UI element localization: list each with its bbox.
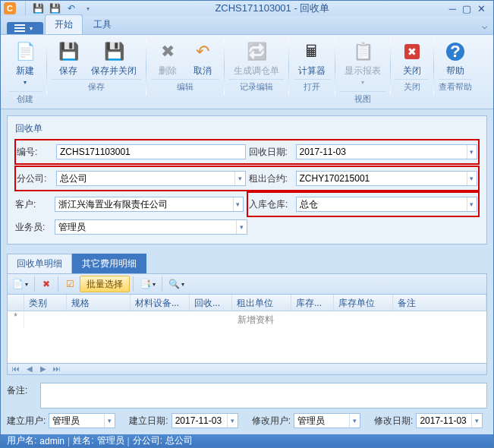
file-tab[interactable]: ▾ — [7, 22, 43, 34]
branch-field[interactable]: ▾ — [56, 171, 246, 186]
cancel-button[interactable]: ↶ 取消 — [186, 38, 219, 77]
chevron-down-icon[interactable]: ▾ — [233, 197, 243, 211]
ribbon-group-save: 💾 保存 💾 保存并关闭 保存 — [49, 36, 144, 109]
chevron-down-icon[interactable]: ▾ — [234, 172, 244, 185]
customer-field[interactable]: ▾ — [55, 197, 244, 212]
warehouse-field[interactable]: ▾ — [296, 197, 477, 212]
group-label-close: 关闭 — [395, 79, 429, 95]
grid-checklist-button[interactable]: ☑ — [61, 276, 78, 292]
help-button[interactable]: ? 帮助 — [439, 38, 472, 77]
chevron-down-icon[interactable]: ▾ — [227, 414, 238, 427]
modify-user-field[interactable]: ▾ — [294, 413, 360, 428]
gen-transfer-button[interactable]: 🔁 生成调仓单 — [229, 38, 284, 77]
contract-field[interactable]: ▾ — [296, 171, 478, 186]
chevron-down-icon[interactable]: ▾ — [467, 145, 477, 159]
maximize-button[interactable]: ▢ — [462, 3, 471, 14]
create-date-input[interactable] — [172, 414, 227, 427]
grid-header: 类别 规格 材料设备... 回收... 租出单位 库存... 库存单位 备注 — [8, 295, 486, 311]
remark-input[interactable] — [40, 383, 487, 409]
grid-copy-button[interactable]: 📑▾ — [137, 276, 159, 292]
tab-tools[interactable]: 工具 — [84, 15, 121, 34]
detail-tabs: 回收单明细 其它费用明细 — [7, 254, 487, 273]
grid-search-button[interactable]: 🔍▾ — [165, 276, 187, 292]
grid-col-marker[interactable] — [8, 295, 24, 311]
pager-first-icon[interactable]: ⏮ — [11, 364, 21, 374]
qat-separator — [25, 2, 26, 15]
save-icon: 💾 — [56, 39, 80, 64]
group-label-view: 视图 — [340, 91, 385, 107]
grid-col-recover[interactable]: 回收... — [190, 295, 232, 311]
group-label-help: 查看帮助 — [439, 79, 472, 95]
grid-new-row[interactable]: * 新增资料 — [8, 311, 486, 329]
grid-col-category[interactable]: 类别 — [24, 295, 67, 311]
batch-select-button[interactable]: 批量选择 — [80, 276, 130, 292]
close-window-button[interactable]: ✕ — [477, 3, 486, 14]
delete-button[interactable]: ✖ 删除 — [151, 38, 184, 77]
statusbar: 用户名: admin | 姓名: 管理员 | 分公司: 总公司 — [1, 434, 493, 447]
ribbon-expand-icon[interactable]: ⌵ — [476, 17, 493, 34]
pager-prev-icon[interactable]: ◀ — [24, 364, 35, 374]
number-field[interactable] — [56, 144, 246, 159]
show-report-label: 显示报表 — [345, 65, 381, 76]
create-user-input[interactable] — [49, 414, 104, 427]
group-label-save: 保存 — [52, 79, 141, 95]
chevron-down-icon[interactable]: ▾ — [236, 220, 246, 234]
tab-detail[interactable]: 回收单明细 — [7, 254, 72, 273]
qat-dropdown-icon[interactable]: ▾ — [80, 1, 96, 16]
tab-start[interactable]: 开始 — [45, 14, 83, 34]
calculator-button[interactable]: 🖩 计算器 — [294, 38, 330, 77]
ribbon-group-recedit: 🔁 生成调仓单 记录编辑 — [226, 36, 287, 109]
operator-field[interactable]: ▾ — [55, 219, 247, 235]
grid-new-button[interactable]: 📄▾ — [9, 276, 31, 292]
modify-date-field[interactable]: ▾ — [416, 413, 483, 428]
transfer-icon: 🔁 — [244, 39, 269, 64]
contract-input[interactable] — [297, 172, 467, 185]
minimize-button[interactable]: ─ — [449, 3, 456, 14]
qat-save-close-icon[interactable]: 💾 — [47, 1, 62, 16]
grid-col-spec[interactable]: 规格 — [67, 295, 131, 311]
show-report-button[interactable]: 📋 显示报表▾ — [340, 38, 385, 90]
grid-col-stock-unit[interactable]: 库存单位 — [334, 295, 393, 311]
detail-grid: 类别 规格 材料设备... 回收... 租出单位 库存... 库存单位 备注 *… — [7, 295, 487, 364]
save-button[interactable]: 💾 保存 — [52, 38, 85, 77]
label-date: 回收日期: — [249, 146, 296, 159]
modify-date-input[interactable] — [417, 414, 471, 427]
window-title: ZCHS171103001 - 回收单 — [96, 2, 449, 15]
qat-undo-icon[interactable]: ↶ — [64, 1, 79, 16]
qat-save-icon[interactable]: 💾 — [30, 1, 46, 16]
grid-body[interactable]: * 新增资料 — [8, 311, 486, 363]
grid-col-stock[interactable]: 库存... — [291, 295, 334, 311]
label-modify-user: 修改用户: — [252, 415, 291, 427]
form-row-operator: 业务员: ▾ — [15, 218, 247, 236]
chevron-down-icon[interactable]: ▾ — [467, 197, 477, 211]
date-input[interactable] — [297, 145, 467, 159]
modify-user-input[interactable] — [294, 414, 349, 427]
status-branch-label: 分公司: — [133, 434, 162, 447]
new-button[interactable]: 📄 新建▾ — [8, 38, 42, 90]
save-close-button[interactable]: 💾 保存并关闭 — [87, 38, 141, 77]
customer-input[interactable] — [55, 197, 233, 211]
chevron-down-icon[interactable]: ▾ — [471, 414, 482, 427]
chevron-down-icon[interactable]: ▾ — [467, 172, 477, 185]
create-date-field[interactable]: ▾ — [171, 413, 238, 428]
grid-col-remark[interactable]: 备注 — [393, 295, 486, 311]
pager-next-icon[interactable]: ▶ — [38, 364, 49, 374]
label-branch: 分公司: — [17, 172, 56, 185]
operator-input[interactable] — [55, 220, 236, 234]
chevron-down-icon[interactable]: ▾ — [104, 414, 115, 427]
close-button[interactable]: ✖ 关闭 — [395, 38, 429, 77]
date-field[interactable]: ▾ — [296, 144, 478, 159]
branch-input[interactable] — [57, 172, 234, 185]
label-warehouse: 入库仓库: — [249, 198, 296, 211]
number-input[interactable] — [57, 145, 245, 159]
tab-other-fee[interactable]: 其它费用明细 — [72, 254, 146, 273]
create-user-field[interactable]: ▾ — [49, 413, 115, 428]
chevron-down-icon[interactable]: ▾ — [349, 414, 360, 427]
grid-col-rent-unit[interactable]: 租出单位 — [232, 295, 291, 311]
pager-last-icon[interactable]: ⏭ — [52, 364, 62, 374]
grid-col-material[interactable]: 材料设备... — [131, 295, 190, 311]
grid-delete-button[interactable]: ✖ — [38, 276, 55, 292]
warehouse-input[interactable] — [297, 197, 467, 211]
save-close-label: 保存并关闭 — [91, 64, 137, 76]
highlight-row-2: 分公司: ▾ 租出合约: ▾ — [14, 166, 480, 191]
